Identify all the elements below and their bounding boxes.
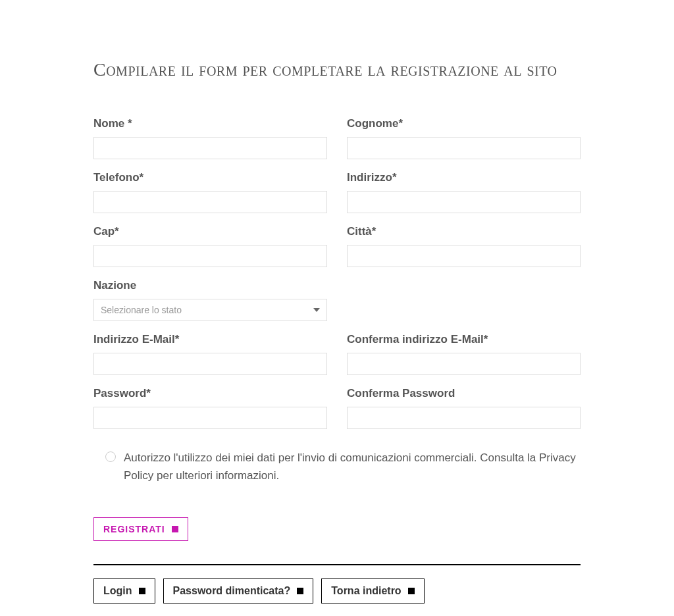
indirizzo-input[interactable]: [347, 191, 581, 213]
cognome-input[interactable]: [347, 137, 581, 159]
square-icon: [172, 526, 178, 532]
action-buttons: Login Password dimenticata? Torna indiet…: [93, 578, 581, 603]
square-icon: [139, 588, 145, 594]
consent-row: Autorizzo l'utilizzo dei miei dati per l…: [105, 449, 581, 484]
field-group-password-confirm: Conferma Password: [347, 387, 581, 429]
field-group-telefono: Telefono*: [93, 171, 327, 213]
forgot-password-label: Password dimenticata?: [173, 585, 291, 597]
field-group-citta: Città*: [347, 225, 581, 267]
back-button-label: Torna indietro: [331, 585, 401, 597]
field-group-email: Indirizzo E-Mail*: [93, 333, 327, 375]
square-icon: [297, 588, 303, 594]
telefono-input[interactable]: [93, 191, 327, 213]
spacer: [347, 279, 581, 321]
divider: [93, 564, 581, 565]
email-confirm-input[interactable]: [347, 353, 581, 375]
page-title: Compilare il form per completare la regi…: [93, 58, 581, 81]
cognome-label: Cognome*: [347, 117, 581, 130]
citta-input[interactable]: [347, 245, 581, 267]
login-button-label: Login: [103, 585, 132, 597]
telefono-label: Telefono*: [93, 171, 327, 184]
field-group-cognome: Cognome*: [347, 117, 581, 159]
email-confirm-label: Conferma indirizzo E-Mail*: [347, 333, 581, 346]
nome-input[interactable]: [93, 137, 327, 159]
email-input[interactable]: [93, 353, 327, 375]
registration-form: Nome * Cognome* Telefono* Indirizzo* Cap…: [93, 117, 581, 429]
field-group-nome: Nome *: [93, 117, 327, 159]
cap-label: Cap*: [93, 225, 327, 238]
password-label: Password*: [93, 387, 327, 400]
indirizzo-label: Indirizzo*: [347, 171, 581, 184]
password-confirm-input[interactable]: [347, 407, 581, 429]
field-group-email-confirm: Conferma indirizzo E-Mail*: [347, 333, 581, 375]
login-button[interactable]: Login: [93, 578, 155, 603]
submit-button-label: REGISTRATI: [103, 524, 165, 534]
back-button[interactable]: Torna indietro: [321, 578, 424, 603]
submit-button[interactable]: REGISTRATI: [93, 517, 188, 541]
field-group-cap: Cap*: [93, 225, 327, 267]
password-input[interactable]: [93, 407, 327, 429]
nazione-label: Nazione: [93, 279, 327, 292]
password-confirm-label: Conferma Password: [347, 387, 581, 400]
field-group-indirizzo: Indirizzo*: [347, 171, 581, 213]
forgot-password-button[interactable]: Password dimenticata?: [163, 578, 314, 603]
citta-label: Città*: [347, 225, 581, 238]
square-icon: [408, 588, 415, 594]
email-label: Indirizzo E-Mail*: [93, 333, 327, 346]
consent-radio[interactable]: [105, 451, 116, 462]
field-group-password: Password*: [93, 387, 327, 429]
nazione-select[interactable]: Selezionare lo stato: [93, 299, 327, 321]
cap-input[interactable]: [93, 245, 327, 267]
consent-text: Autorizzo l'utilizzo dei miei dati per l…: [124, 449, 581, 484]
nome-label: Nome *: [93, 117, 327, 130]
field-group-nazione: Nazione Selezionare lo stato: [93, 279, 327, 321]
